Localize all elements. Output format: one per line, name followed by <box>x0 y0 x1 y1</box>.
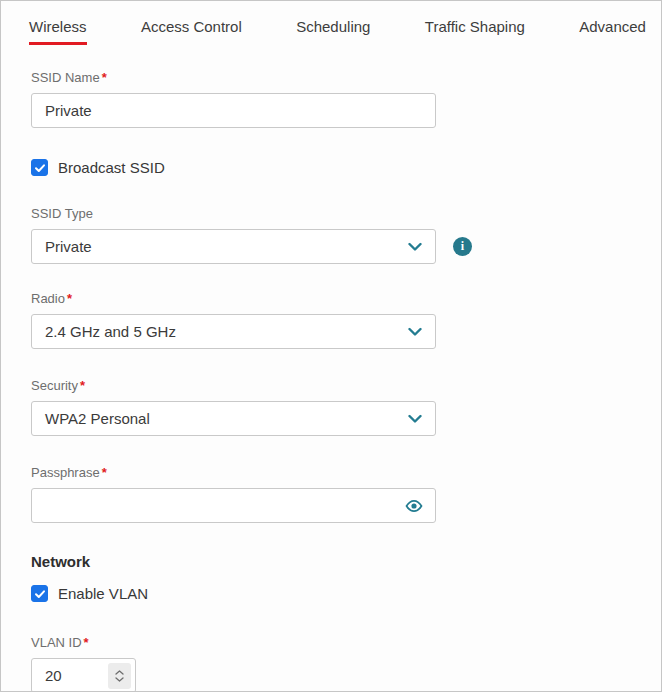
security-select[interactable]: WPA2 Personal <box>31 401 436 436</box>
ssid-type-label: SSID Type <box>31 207 661 220</box>
tab-traffic-shaping[interactable]: Traffic Shaping <box>425 18 525 45</box>
ssid-type-select[interactable]: Private <box>31 229 436 264</box>
broadcast-ssid-label: Broadcast SSID <box>58 159 165 176</box>
number-stepper[interactable] <box>108 663 131 689</box>
checkmark-icon <box>34 162 46 174</box>
tab-scheduling[interactable]: Scheduling <box>296 18 370 45</box>
network-section-heading: Network <box>31 553 661 570</box>
ssid-name-field: SSID Name* <box>31 71 661 128</box>
passphrase-field: Passphrase* <box>31 466 661 523</box>
broadcast-ssid-checkbox[interactable] <box>31 159 48 176</box>
chevron-down-icon <box>408 414 422 423</box>
wireless-form: SSID Name* Broadcast SSID SSID Type Priv… <box>1 71 661 692</box>
enable-vlan-checkbox[interactable] <box>31 585 48 602</box>
chevron-down-icon <box>408 327 422 336</box>
vlan-id-label: VLAN ID* <box>31 636 661 649</box>
required-asterisk: * <box>67 291 72 306</box>
stepper-down-icon[interactable] <box>115 677 124 682</box>
ssid-name-label: SSID Name* <box>31 71 661 84</box>
passphrase-label: Passphrase* <box>31 466 661 479</box>
security-field: Security* WPA2 Personal <box>31 379 661 436</box>
security-label: Security* <box>31 379 661 392</box>
tab-advanced[interactable]: Advanced <box>579 18 646 45</box>
ssid-type-field: SSID Type Private i <box>31 207 661 264</box>
enable-vlan-label: Enable VLAN <box>58 585 148 602</box>
radio-label: Radio* <box>31 292 661 305</box>
tab-bar: Wireless Access Control Scheduling Traff… <box>1 1 661 45</box>
stepper-up-icon[interactable] <box>115 670 124 675</box>
eye-icon[interactable] <box>404 496 424 516</box>
chevron-down-icon <box>408 242 422 251</box>
broadcast-ssid-checkbox-row[interactable]: Broadcast SSID <box>31 159 661 176</box>
passphrase-input[interactable] <box>31 488 436 523</box>
required-asterisk: * <box>84 635 89 650</box>
tab-access-control[interactable]: Access Control <box>141 18 242 45</box>
wireless-settings-panel: Wireless Access Control Scheduling Traff… <box>0 0 662 692</box>
required-asterisk: * <box>102 70 107 85</box>
radio-select[interactable]: 2.4 GHz and 5 GHz <box>31 314 436 349</box>
vlan-id-field: VLAN ID* <box>31 636 661 692</box>
radio-field: Radio* 2.4 GHz and 5 GHz <box>31 292 661 349</box>
tab-wireless[interactable]: Wireless <box>29 18 87 45</box>
required-asterisk: * <box>102 465 107 480</box>
ssid-name-input[interactable] <box>31 93 436 128</box>
checkmark-icon <box>34 588 46 600</box>
info-icon[interactable]: i <box>453 237 472 256</box>
enable-vlan-checkbox-row[interactable]: Enable VLAN <box>31 585 661 602</box>
required-asterisk: * <box>80 378 85 393</box>
